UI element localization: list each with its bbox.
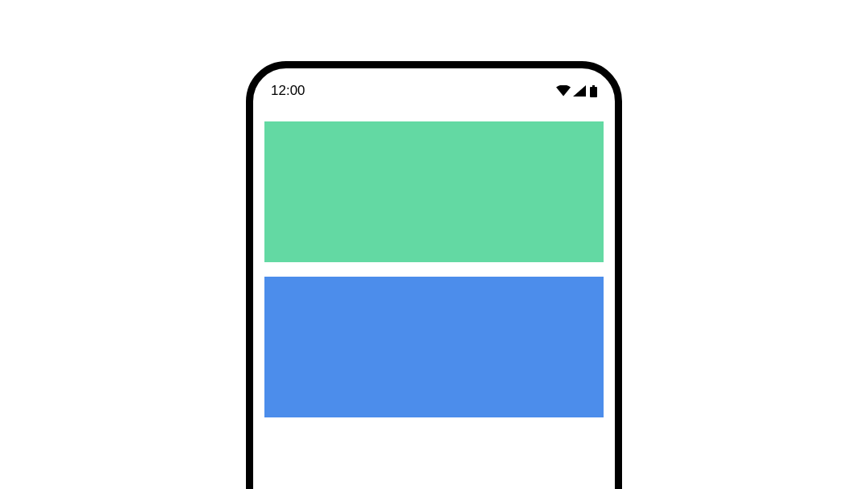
svg-rect-0: [592, 85, 595, 87]
block-blue: [264, 277, 604, 417]
block-green: [264, 121, 604, 262]
status-icons: [556, 85, 597, 97]
content-area: [253, 107, 615, 417]
svg-rect-1: [590, 87, 597, 97]
battery-icon: [590, 85, 597, 97]
status-time: 12:00: [271, 83, 305, 99]
cellular-signal-icon: [573, 85, 586, 97]
status-bar: 12:00: [253, 68, 615, 107]
phone-frame: 12:00: [246, 61, 622, 489]
wifi-icon: [556, 85, 571, 97]
